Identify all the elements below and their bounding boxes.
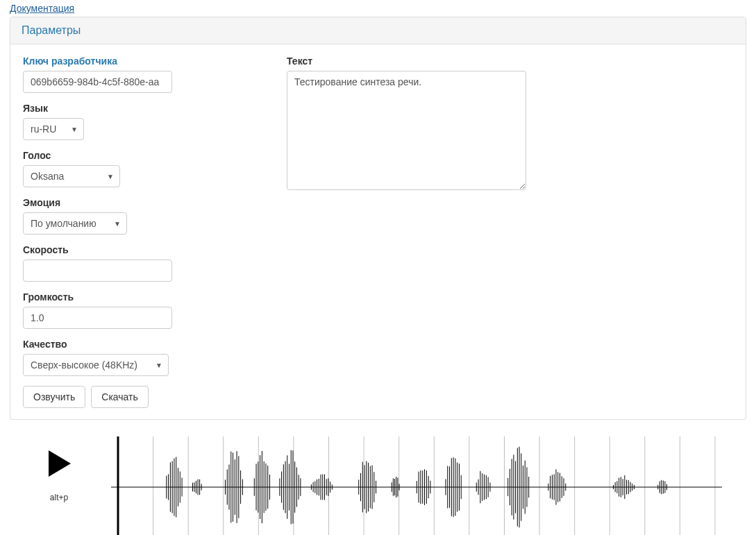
quality-select[interactable]: Сверх-высокое (48KHz): [23, 354, 169, 376]
voice-select[interactable]: Oksana: [23, 165, 120, 187]
emotion-select[interactable]: По умолчанию: [23, 212, 127, 235]
text-label: Текст: [287, 56, 733, 67]
api-key-label[interactable]: Ключ разработчика: [23, 56, 259, 67]
speed-label: Скорость: [23, 244, 259, 255]
volume-input[interactable]: [23, 307, 172, 329]
quality-label: Качество: [23, 339, 259, 350]
language-label: Язык: [23, 103, 259, 114]
emotion-label: Эмоция: [23, 197, 259, 208]
language-select[interactable]: ru-RU: [23, 118, 84, 140]
speak-button[interactable]: Озвучить: [23, 386, 85, 408]
panel-title: Параметры: [10, 17, 746, 44]
play-icon: [44, 449, 74, 478]
download-button[interactable]: Скачать: [91, 386, 149, 408]
documentation-link[interactable]: Документация: [0, 0, 756, 17]
api-key-input[interactable]: [23, 71, 172, 93]
text-input[interactable]: Тестирование синтеза речи.: [287, 71, 526, 190]
speed-input[interactable]: [23, 260, 172, 282]
audio-player: alt+p тестированиесинтезаречи 0.000.100.…: [0, 430, 756, 535]
svg-marker-0: [49, 450, 71, 477]
play-button[interactable]: [44, 449, 74, 478]
waveform-display[interactable]: [111, 435, 722, 535]
play-shortcut-label: alt+p: [21, 493, 97, 502]
parameters-panel: Параметры Ключ разработчика Язык ru-RU ▼: [10, 17, 746, 420]
voice-label: Голос: [23, 150, 259, 161]
volume-label: Громкость: [23, 291, 259, 303]
